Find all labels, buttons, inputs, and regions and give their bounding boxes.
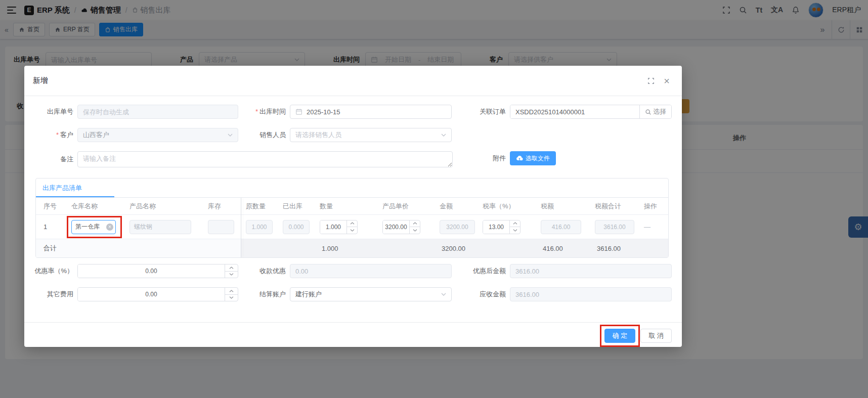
column-header-index: 序号 xyxy=(36,202,66,211)
column-header-shipped: 已出库 xyxy=(278,202,315,211)
select-value: 山西客户 xyxy=(83,130,109,140)
collect-discount-input[interactable] xyxy=(290,264,452,278)
remark-textarea[interactable] xyxy=(77,151,453,167)
decrease-icon[interactable] xyxy=(410,227,420,234)
field-salesman: 销售人员 请选择销售人员 xyxy=(254,128,452,142)
dialog-body: 出库单号 *出库时间 关联订单 选择 xyxy=(24,96,682,301)
dialog-close-icon[interactable]: × xyxy=(664,76,670,86)
product-table-header: 序号 仓库名称 产品名称 库存 原数量 已出库 数量 产品单价 金额 税率（%）… xyxy=(36,198,668,215)
tax-input[interactable] xyxy=(541,220,581,234)
field-customer: *客户 山西客户 xyxy=(33,128,238,142)
chevron-down-icon xyxy=(441,134,446,137)
total-values: 1.000 3200.00 416.00 3616.00 xyxy=(241,239,668,257)
other-fee-input[interactable] xyxy=(78,288,225,301)
increase-icon[interactable] xyxy=(347,220,357,227)
field-order-no: 出库单号 xyxy=(33,105,238,119)
field-label: 其它费用 xyxy=(33,287,73,301)
dialog-footer: 确 定 取 消 xyxy=(24,322,682,349)
original-qty-input[interactable] xyxy=(246,220,273,234)
chevron-down-icon xyxy=(228,134,233,137)
column-header-tax-total: 税额合计 xyxy=(590,202,639,211)
column-header-warehouse: 仓库名称 xyxy=(66,202,124,211)
dialog-tools: × xyxy=(647,76,670,86)
increase-icon[interactable] xyxy=(510,220,520,227)
dialog-fullscreen-icon[interactable] xyxy=(647,77,655,84)
field-label: *出库时间 xyxy=(254,105,286,119)
calendar-icon xyxy=(295,108,302,115)
receivable-input[interactable] xyxy=(510,287,672,301)
stock-input[interactable] xyxy=(208,220,234,234)
order-no-input[interactable] xyxy=(77,105,238,119)
increase-icon[interactable] xyxy=(225,288,238,294)
increase-icon[interactable] xyxy=(225,264,238,271)
product-list-tabs: 出库产品清单 xyxy=(36,179,668,198)
warehouse-cell: × xyxy=(66,220,124,234)
tax-total-input[interactable] xyxy=(595,220,634,234)
confirm-button[interactable]: 确 定 xyxy=(604,329,636,343)
tax-rate-stepper xyxy=(483,220,520,234)
orig-qty-cell xyxy=(241,220,278,234)
decrease-icon[interactable] xyxy=(510,227,520,234)
required-mark: * xyxy=(255,108,258,115)
discount-rate-input[interactable] xyxy=(78,264,225,278)
field-label: 销售人员 xyxy=(254,128,286,142)
row-index: 1 xyxy=(36,223,66,231)
amount-input[interactable] xyxy=(440,220,475,234)
after-discount-input[interactable] xyxy=(510,264,672,278)
upload-file-button[interactable]: 选取文件 xyxy=(510,151,556,165)
field-label: 出库单号 xyxy=(33,105,73,119)
out-time-value[interactable] xyxy=(307,108,446,116)
qty-cell xyxy=(315,220,377,234)
customer-select[interactable]: 山西客户 xyxy=(77,128,238,142)
amount-cell xyxy=(435,220,478,234)
cancel-button[interactable]: 取 消 xyxy=(640,329,672,343)
increase-icon[interactable] xyxy=(410,220,420,227)
tax-total-cell xyxy=(590,220,639,234)
decrease-icon[interactable] xyxy=(225,271,238,278)
clear-icon[interactable]: × xyxy=(106,224,113,231)
field-receivable: 应收金额 xyxy=(472,287,672,301)
summary-row-2: 其它费用 结算账户 建行账户 应收金额 xyxy=(33,287,672,301)
dialog-title: 新增 xyxy=(33,76,48,85)
tax-rate-input[interactable] xyxy=(483,220,509,234)
field-out-time: *出库时间 xyxy=(254,105,452,119)
row-action-dash: — xyxy=(639,223,668,231)
select-placeholder: 请选择销售人员 xyxy=(295,130,341,140)
column-header-stock: 库存 xyxy=(203,202,241,211)
decrease-icon[interactable] xyxy=(225,294,238,301)
confirm-button-wrap: 确 定 xyxy=(604,329,636,343)
upload-cloud-icon xyxy=(516,155,523,162)
search-icon xyxy=(645,109,652,115)
column-header-unit-price: 产品单价 xyxy=(377,202,435,211)
tab-product-list[interactable]: 出库产品清单 xyxy=(36,184,82,193)
chevron-down-icon xyxy=(441,293,446,296)
product-name-input[interactable] xyxy=(129,220,191,234)
related-order-select-button[interactable]: 选择 xyxy=(639,105,671,118)
salesman-select[interactable]: 请选择销售人员 xyxy=(290,128,452,142)
column-header-tax: 税额 xyxy=(536,202,590,211)
decrease-icon[interactable] xyxy=(347,227,357,234)
total-amount: 3200.00 xyxy=(435,245,478,252)
related-order-input[interactable] xyxy=(510,105,639,118)
total-tax: 416.00 xyxy=(536,245,590,252)
form-row-3: 备注 附件 选取文件 xyxy=(33,151,672,167)
product-cell xyxy=(124,220,203,234)
shipped-qty-input[interactable] xyxy=(283,220,310,234)
fixed-column-divider xyxy=(241,198,241,257)
unit-price-input[interactable] xyxy=(383,220,409,234)
total-label: 合计 xyxy=(36,239,241,257)
price-cell xyxy=(377,220,435,234)
select-value: 建行账户 xyxy=(295,290,322,299)
discount-rate-stepper xyxy=(77,264,238,278)
quantity-input[interactable] xyxy=(320,220,346,234)
total-qty: 1.000 xyxy=(315,245,377,252)
field-label: 优惠后金额 xyxy=(472,264,506,278)
field-collect-discount: 收款优惠 xyxy=(254,264,452,278)
related-order-group: 选择 xyxy=(510,105,672,119)
form-row-2: *客户 山西客户 销售人员 请选择销售人员 xyxy=(33,128,672,142)
field-label: 附件 xyxy=(472,151,506,165)
settle-account-select[interactable]: 建行账户 xyxy=(290,287,452,301)
required-mark: * xyxy=(56,131,59,139)
out-time-date-input[interactable] xyxy=(290,105,452,119)
field-label: 收款优惠 xyxy=(254,264,286,278)
